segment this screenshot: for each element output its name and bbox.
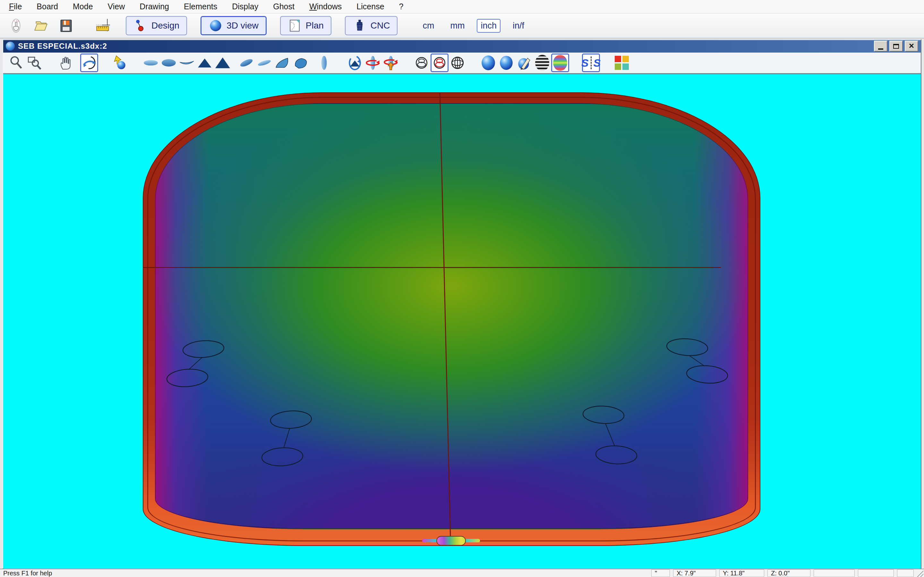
menu-ghost[interactable]: Ghost (273, 2, 294, 11)
board-front-icon[interactable] (315, 53, 333, 72)
menu-file[interactable]: File (9, 2, 22, 11)
render-sphere-2-icon[interactable] (497, 53, 515, 72)
sphere-icon (208, 19, 223, 33)
open-folder-icon[interactable] (32, 17, 50, 35)
profile-triangle-1-icon[interactable] (196, 53, 214, 72)
units-selector: cm mm inch in/f (419, 19, 528, 33)
app-sphere-icon (6, 42, 15, 51)
pick-point-icon[interactable] (111, 53, 129, 72)
tail-plug-streak-right (465, 539, 480, 542)
pan-hand-icon[interactable] (57, 53, 74, 72)
plan-button[interactable]: Plan (280, 16, 331, 35)
menu-bar: File Board Mode View Drawing Elements Di… (0, 0, 924, 13)
ruler-guides-icon[interactable] (94, 17, 112, 35)
rocker-crescent-icon[interactable] (178, 53, 196, 72)
status-z-coordinate: Z: 0.0" (767, 569, 811, 577)
center-crosshair-horizontal (144, 267, 721, 268)
design-button[interactable]: Design (126, 16, 187, 35)
menu-elements[interactable]: Elements (184, 2, 217, 11)
volume-blob-icon[interactable] (291, 53, 309, 72)
unit-inf[interactable]: in/f (509, 19, 528, 33)
status-empty-1 (814, 569, 855, 577)
wedge-view-icon[interactable] (273, 53, 291, 72)
menu-mode[interactable]: Mode (73, 2, 93, 11)
cnc-mill-icon (352, 19, 367, 33)
fin-plug-pair-left-rear (260, 409, 318, 470)
status-bar: Press F1 for help " X: 7.9" Y: 11.8" Z: … (0, 569, 924, 577)
unit-inch[interactable]: inch (477, 19, 501, 33)
orbit-triangle-icon[interactable] (346, 53, 364, 72)
status-y-coordinate: Y: 11.8" (719, 569, 764, 577)
menu-view[interactable]: View (108, 2, 125, 11)
render-sphere-1-icon[interactable] (479, 53, 497, 72)
viewport-canvas[interactable] (3, 74, 921, 569)
tools-toolbar: SS (3, 53, 921, 74)
render-rainbow-icon[interactable] (551, 53, 569, 72)
status-help-text: Press F1 for help (0, 570, 651, 577)
render-stripes-icon[interactable] (533, 53, 551, 72)
slice-oblique-2-icon[interactable] (255, 53, 273, 72)
zoom-icon[interactable] (8, 53, 26, 72)
outline-full-icon[interactable] (160, 53, 178, 72)
maximize-button[interactable] (889, 41, 903, 52)
close-button[interactable]: × (905, 41, 918, 52)
unit-cm[interactable]: cm (419, 19, 438, 33)
fin-plug-pair-left-front (164, 338, 228, 390)
design-nodes-icon (134, 19, 148, 33)
status-unit: " (651, 569, 670, 577)
menu-windows[interactable]: Windows (309, 2, 342, 11)
3d-view-button[interactable]: 3D view (200, 16, 267, 35)
fin-plug-pair-right-rear (581, 404, 642, 467)
document-window: SEB ESPECIAL.s3dx:2 × (3, 39, 921, 569)
resize-grip[interactable] (915, 569, 923, 577)
zoom-window-icon[interactable] (26, 53, 44, 72)
color-palette-icon[interactable] (613, 53, 631, 72)
wireframe-rings-icon[interactable] (413, 53, 431, 72)
profile-triangle-2-icon[interactable] (214, 53, 232, 72)
wireframe-mesh-icon[interactable] (449, 53, 467, 72)
status-empty-2 (858, 569, 894, 577)
tail-plug-streak-left (422, 539, 437, 542)
slice-oblique-1-icon[interactable] (237, 53, 255, 72)
main-toolbar: Design 3D view Plan CNC cm mm inch in/f (0, 13, 924, 39)
pointer-board-icon[interactable] (7, 17, 25, 35)
render-edit-pencil-icon[interactable] (515, 53, 533, 72)
menu-board[interactable]: Board (37, 2, 58, 11)
wireframe-rings-red-icon[interactable] (431, 53, 449, 72)
symmetry-check-icon[interactable]: SS (582, 53, 600, 72)
tail-fin-box (436, 536, 466, 546)
plan-sheet-icon (288, 19, 302, 33)
menu-help[interactable]: ? (399, 2, 404, 11)
board-deck-surface (155, 103, 748, 529)
board-yaw-rotate-icon[interactable] (364, 53, 382, 72)
menu-license[interactable]: License (357, 2, 384, 11)
board-yaw-up-icon[interactable] (382, 53, 400, 72)
app-window: File Board Mode View Drawing Elements Di… (0, 0, 924, 577)
fin-plug-pair-right-front (664, 337, 732, 385)
status-empty-3 (897, 569, 914, 577)
minimize-button[interactable] (874, 41, 887, 52)
status-x-coordinate: X: 7.9" (673, 569, 716, 577)
menu-drawing[interactable]: Drawing (140, 2, 169, 11)
rotate-3d-icon[interactable] (80, 53, 98, 72)
surfboard-3d (143, 92, 760, 546)
menu-display[interactable]: Display (232, 2, 258, 11)
unit-mm[interactable]: mm (446, 19, 468, 33)
outline-flat-icon[interactable] (142, 53, 160, 72)
document-title-bar[interactable]: SEB ESPECIAL.s3dx:2 × (3, 40, 921, 53)
save-icon[interactable] (57, 17, 75, 35)
document-title: SEB ESPECIAL.s3dx:2 (18, 42, 871, 51)
cnc-button[interactable]: CNC (345, 16, 398, 35)
